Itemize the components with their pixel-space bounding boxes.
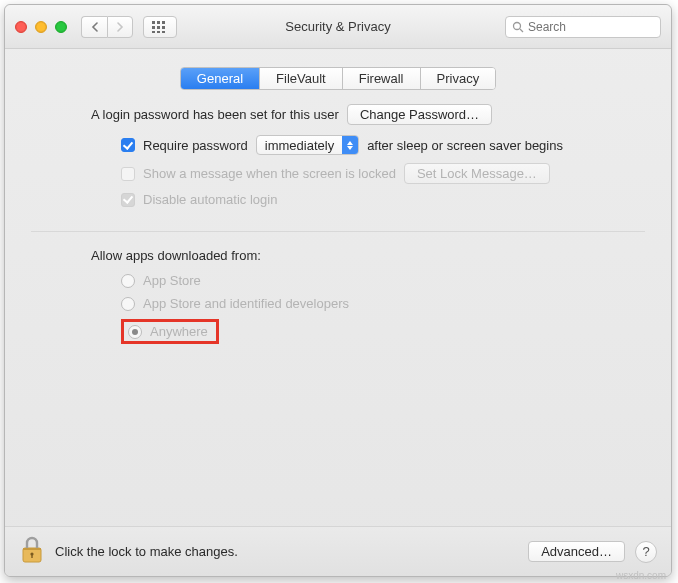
disable-auto-login-checkbox bbox=[121, 193, 135, 207]
require-password-checkbox[interactable] bbox=[121, 138, 135, 152]
svg-rect-1 bbox=[157, 21, 160, 24]
tab-privacy[interactable]: Privacy bbox=[421, 68, 496, 89]
require-password-label: Require password bbox=[143, 138, 248, 153]
divider bbox=[31, 231, 645, 232]
grid-icon bbox=[152, 21, 168, 33]
svg-rect-8 bbox=[162, 31, 165, 33]
svg-rect-7 bbox=[157, 31, 160, 33]
show-message-checkbox bbox=[121, 167, 135, 181]
svg-rect-3 bbox=[152, 26, 155, 29]
svg-rect-6 bbox=[152, 31, 155, 33]
search-field[interactable] bbox=[505, 16, 661, 38]
radio-anywhere bbox=[128, 325, 142, 339]
anywhere-highlight: Anywhere bbox=[121, 319, 219, 344]
close-icon[interactable] bbox=[15, 21, 27, 33]
disable-auto-login-label: Disable automatic login bbox=[143, 192, 277, 207]
login-password-text: A login password has been set for this u… bbox=[91, 107, 339, 122]
select-stepper-icon bbox=[342, 136, 358, 154]
advanced-button[interactable]: Advanced… bbox=[528, 541, 625, 562]
zoom-icon[interactable] bbox=[55, 21, 67, 33]
require-password-delay-value: immediately bbox=[257, 138, 342, 153]
svg-rect-5 bbox=[162, 26, 165, 29]
help-button[interactable]: ? bbox=[635, 541, 657, 563]
back-button[interactable] bbox=[81, 16, 107, 38]
show-message-label: Show a message when the screen is locked bbox=[143, 166, 396, 181]
search-input[interactable] bbox=[528, 20, 654, 34]
set-lock-message-button: Set Lock Message… bbox=[404, 163, 550, 184]
svg-rect-0 bbox=[152, 21, 155, 24]
svg-rect-2 bbox=[162, 21, 165, 24]
nav-buttons bbox=[81, 16, 133, 38]
svg-rect-14 bbox=[31, 554, 32, 558]
svg-point-9 bbox=[514, 22, 521, 29]
radio-app-store bbox=[121, 274, 135, 288]
content-area: A login password has been set for this u… bbox=[5, 100, 671, 526]
radio-identified-developers bbox=[121, 297, 135, 311]
titlebar: Security & Privacy bbox=[5, 5, 671, 49]
lock-icon[interactable] bbox=[19, 535, 45, 569]
watermark: wsxdn.com bbox=[616, 570, 666, 581]
radio-identified-developers-label: App Store and identified developers bbox=[143, 296, 349, 311]
allow-apps-header: Allow apps downloaded from: bbox=[91, 248, 261, 263]
tab-filevault[interactable]: FileVault bbox=[260, 68, 343, 89]
svg-rect-12 bbox=[23, 548, 41, 550]
svg-line-10 bbox=[520, 29, 523, 32]
after-sleep-text: after sleep or screen saver begins bbox=[367, 138, 563, 153]
preferences-window: Security & Privacy General FileVault Fir… bbox=[4, 4, 672, 577]
tab-firewall[interactable]: Firewall bbox=[343, 68, 421, 89]
forward-button[interactable] bbox=[107, 16, 133, 38]
footer: Click the lock to make changes. Advanced… bbox=[5, 526, 671, 576]
search-icon bbox=[512, 21, 524, 33]
minimize-icon[interactable] bbox=[35, 21, 47, 33]
traffic-lights bbox=[15, 21, 67, 33]
tab-general[interactable]: General bbox=[181, 68, 260, 89]
show-all-button[interactable] bbox=[143, 16, 177, 38]
lock-text: Click the lock to make changes. bbox=[55, 544, 238, 559]
svg-rect-4 bbox=[157, 26, 160, 29]
tab-bar: General FileVault Firewall Privacy bbox=[5, 49, 671, 100]
radio-app-store-label: App Store bbox=[143, 273, 201, 288]
radio-anywhere-label: Anywhere bbox=[150, 324, 208, 339]
change-password-button[interactable]: Change Password… bbox=[347, 104, 492, 125]
require-password-delay-select[interactable]: immediately bbox=[256, 135, 359, 155]
